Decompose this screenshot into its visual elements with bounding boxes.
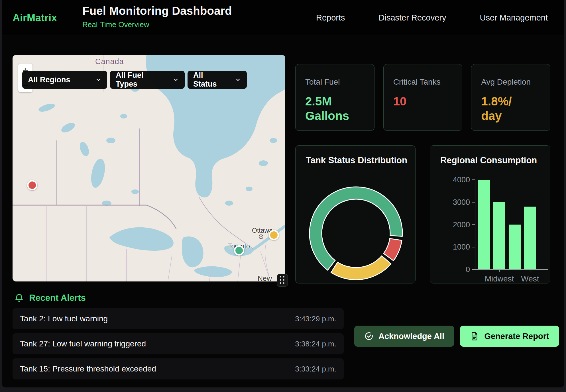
title-block: Fuel Monitoring Dashboard Real-Time Over…	[82, 5, 232, 29]
stat-value: 1.8%/ day	[481, 94, 540, 123]
y-tick-label: 0	[466, 265, 470, 274]
chart-title: Tank Status Distribution	[306, 155, 407, 166]
stat-value: 2.5M Gallons	[305, 94, 365, 123]
page-title: Fuel Monitoring Dashboard	[82, 5, 232, 17]
tank-status-chart-card: Tank Status Distribution	[295, 145, 416, 283]
fuel-type-filter-value: All Fuel Types	[116, 71, 165, 89]
check-circle-icon	[364, 332, 373, 341]
y-tick-label: 4000	[453, 175, 470, 184]
tank-marker-normal[interactable]	[234, 245, 244, 256]
alert-message: Tank 15: Pressure threshold exceeded	[20, 364, 156, 373]
regional-consumption-bar-chart: 01000200030004000MidwestWest	[430, 146, 550, 283]
stat-card-total-fuel: Total Fuel 2.5M Gallons	[295, 64, 374, 131]
alert-message: Tank 2: Low fuel warning	[20, 314, 108, 323]
status-filter-select[interactable]: All Status	[188, 71, 247, 89]
app-window: AirMatrix Fuel Monitoring Dashboard Real…	[2, 0, 564, 387]
alert-time: 3:43:29 p.m.	[295, 315, 336, 323]
status-filter-value: All Status	[193, 71, 227, 89]
tank-marker-critical[interactable]	[27, 180, 37, 190]
chevron-down-icon	[235, 77, 241, 83]
nav-user-management[interactable]: User Management	[480, 13, 548, 23]
donut-segment-critical	[384, 238, 402, 261]
nav-disaster-recovery[interactable]: Disaster Recovery	[379, 13, 446, 23]
map-label-canada: Canada	[95, 57, 124, 66]
tank-marker-warning[interactable]	[269, 230, 279, 240]
fuel-type-filter-select[interactable]: All Fuel Types	[110, 71, 185, 89]
alert-row[interactable]: Tank 2: Low fuel warning 3:43:29 p.m.	[13, 308, 344, 329]
stat-card-critical-tanks: Critical Tanks 10	[383, 64, 463, 131]
acknowledge-all-label: Acknowledge All	[378, 332, 444, 341]
x-tick-label: West	[521, 274, 539, 283]
stat-value: 10	[393, 94, 453, 109]
x-tick-label: Midwest	[485, 274, 514, 283]
alerts-heading: Recent Alerts	[14, 293, 86, 303]
chart-title: Regional Consumption	[440, 155, 537, 166]
bar-3	[524, 207, 536, 270]
alerts-heading-label: Recent Alerts	[29, 293, 86, 303]
alert-time: 3:38:24 p.m.	[295, 340, 336, 348]
nav-reports[interactable]: Reports	[316, 13, 345, 23]
report-document-icon	[470, 332, 479, 341]
stat-label: Critical Tanks	[393, 77, 453, 87]
alert-row[interactable]: Tank 27: Low fuel warning triggered 3:38…	[13, 333, 344, 354]
stat-label: Avg Depletion	[481, 77, 540, 87]
alert-message: Tank 27: Low fuel warning triggered	[20, 339, 146, 348]
region-filter-value: All Regions	[28, 75, 70, 84]
ottawa-town-icon	[259, 234, 263, 239]
map-filters: All Regions All Fuel Types All Status	[22, 71, 247, 89]
donut-segment-warning	[331, 256, 391, 280]
stat-label: Total Fuel	[305, 77, 365, 87]
generate-report-button[interactable]: Generate Report	[460, 326, 559, 347]
generate-report-label: Generate Report	[484, 332, 549, 341]
alert-row[interactable]: Tank 15: Pressure threshold exceeded 3:3…	[13, 358, 344, 379]
page-subtitle: Real-Time Overview	[82, 20, 232, 29]
bar-1	[493, 202, 505, 270]
y-tick-label: 1000	[453, 243, 470, 251]
alert-time: 3:33:24 p.m.	[295, 365, 336, 373]
bar-0	[478, 180, 490, 270]
region-filter-select[interactable]: All Regions	[22, 71, 107, 89]
tank-status-donut-chart	[296, 146, 416, 283]
stat-card-avg-depletion: Avg Depletion 1.8%/ day	[471, 64, 550, 131]
y-tick-label: 3000	[453, 198, 470, 207]
y-tick-label: 2000	[453, 220, 470, 229]
stats-row: Total Fuel 2.5M Gallons Critical Tanks 1…	[295, 64, 550, 131]
acknowledge-all-button[interactable]: Acknowledge All	[354, 326, 454, 347]
header: AirMatrix Fuel Monitoring Dashboard Real…	[2, 0, 564, 36]
donut-segment-normal	[310, 187, 402, 270]
main-nav: Reports Disaster Recovery User Managemen…	[316, 0, 548, 36]
charts-row: Tank Status Distribution Regional Consum…	[295, 145, 550, 283]
map-resize-handle[interactable]	[277, 274, 288, 287]
map-panel[interactable]: Canada + − All Regions All Fuel Types Al…	[13, 55, 285, 281]
bar-2	[509, 225, 521, 270]
bell-icon	[14, 293, 24, 303]
chevron-down-icon	[173, 77, 179, 83]
regional-consumption-chart-card: Regional Consumption 01000200030004000Mi…	[430, 145, 550, 283]
brand-logo: AirMatrix	[13, 0, 57, 36]
chevron-down-icon	[95, 77, 101, 83]
